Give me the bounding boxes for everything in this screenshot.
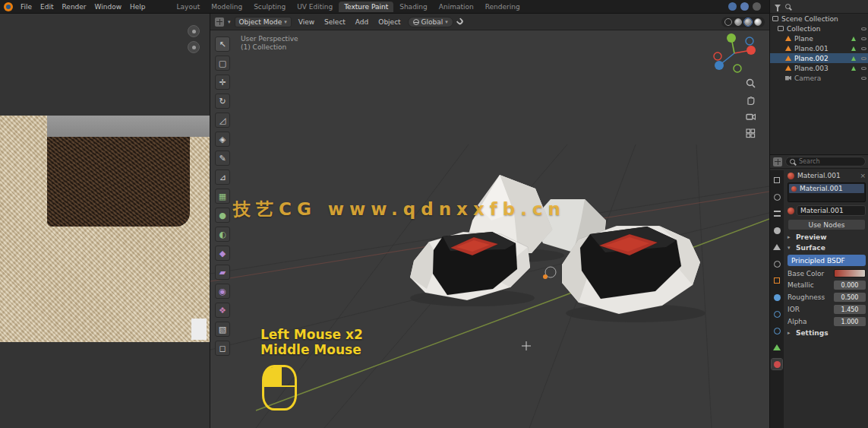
tool-brush-draw[interactable]: ● bbox=[215, 208, 230, 223]
tool-brush-erase[interactable]: ◻ bbox=[215, 341, 230, 356]
settings-section-header[interactable]: ▸ Settings bbox=[788, 329, 866, 337]
tool-measure[interactable]: ⊿ bbox=[215, 170, 230, 185]
tool-scale[interactable]: ◿ bbox=[215, 113, 230, 128]
surface-shader-field[interactable]: Principled BSDF bbox=[788, 255, 866, 266]
3d-viewport[interactable]: ▾ Object Mode ▾ View Select Add Object G… bbox=[210, 14, 769, 428]
viewport-menu-object[interactable]: Object bbox=[375, 17, 403, 27]
tool-brush-gradient[interactable]: ▧ bbox=[215, 322, 230, 337]
shading-solid-icon[interactable] bbox=[734, 18, 742, 26]
tool-annotate[interactable]: ✎ bbox=[215, 151, 230, 166]
tool-select-tweak[interactable]: ↖ bbox=[215, 36, 230, 52]
outliner-row-scene-collection[interactable]: Scene Collection bbox=[770, 14, 868, 24]
menu-edit[interactable]: Edit bbox=[36, 2, 57, 11]
tab-shading[interactable]: Shading bbox=[394, 2, 433, 12]
shading-rendered-icon[interactable] bbox=[754, 18, 762, 26]
editor-overlay-button-2[interactable] bbox=[188, 41, 200, 53]
axis-y-ball[interactable] bbox=[727, 33, 736, 43]
tool-brush-smear[interactable]: ◆ bbox=[215, 246, 230, 261]
navigation-gizmo[interactable] bbox=[712, 33, 757, 75]
tool-add-cube[interactable]: ▦ bbox=[215, 189, 230, 204]
snap-magnet-icon[interactable] bbox=[456, 17, 465, 26]
close-icon[interactable]: × bbox=[860, 172, 866, 179]
editor-type-icon[interactable] bbox=[773, 157, 782, 166]
eye-icon[interactable] bbox=[861, 47, 866, 50]
menu-file[interactable]: File bbox=[17, 2, 36, 11]
tool-transform[interactable]: ◈ bbox=[215, 132, 230, 147]
material-slot-item[interactable]: Material.001 bbox=[789, 184, 864, 193]
axis-x-ball[interactable] bbox=[746, 46, 756, 55]
use-nodes-button[interactable]: Use Nodes bbox=[788, 219, 866, 230]
surface-section-header[interactable]: ▾ Surface bbox=[788, 244, 866, 252]
tool-select-box[interactable]: ▢ bbox=[215, 55, 230, 71]
tab-modeling[interactable]: Modeling bbox=[206, 2, 248, 12]
pan-hand-icon[interactable] bbox=[745, 94, 756, 106]
tool-brush-fill[interactable]: ◉ bbox=[215, 284, 230, 299]
settings-icon[interactable] bbox=[753, 2, 761, 11]
tab-particles[interactable] bbox=[772, 309, 782, 319]
material-slots-list[interactable]: Material.001 bbox=[788, 182, 866, 202]
tab-render[interactable] bbox=[772, 192, 782, 202]
tool-rotate[interactable]: ↻ bbox=[215, 94, 230, 109]
properties-editor[interactable]: Material.001 × Material.001 Material.001 bbox=[770, 154, 868, 428]
3d-scene[interactable] bbox=[210, 30, 769, 428]
filter-icon[interactable] bbox=[775, 5, 781, 8]
axis-z-ball[interactable] bbox=[715, 61, 724, 70]
axis-x-neg-ball[interactable] bbox=[714, 52, 721, 60]
metallic-slider[interactable]: 0.000 bbox=[834, 281, 866, 290]
preview-section-header[interactable]: ▸ Preview bbox=[788, 233, 866, 241]
alpha-slider[interactable]: 1.000 bbox=[834, 317, 866, 326]
zoom-icon[interactable] bbox=[745, 78, 756, 89]
origin-gizmo[interactable] bbox=[543, 267, 556, 279]
editor-type-icon[interactable] bbox=[215, 17, 224, 27]
tab-object-data[interactable] bbox=[772, 342, 782, 353]
viewport-menu-add[interactable]: Add bbox=[352, 17, 371, 27]
eye-icon[interactable] bbox=[861, 67, 866, 70]
tab-physics[interactable] bbox=[772, 325, 782, 336]
blender-logo-icon[interactable] bbox=[4, 2, 13, 11]
eye-icon[interactable] bbox=[861, 37, 866, 40]
tab-sculpting[interactable]: Sculpting bbox=[248, 2, 291, 12]
view-layer-icon[interactable] bbox=[740, 2, 749, 11]
sushi-left-model[interactable] bbox=[410, 232, 530, 300]
outliner-row-plane-002[interactable]: Plane.002 bbox=[770, 53, 868, 63]
tab-layout[interactable]: Layout bbox=[172, 2, 206, 12]
eye-icon[interactable] bbox=[861, 27, 866, 30]
search-icon[interactable] bbox=[785, 4, 791, 9]
menu-help[interactable]: Help bbox=[126, 2, 150, 11]
menu-render[interactable]: Render bbox=[58, 2, 90, 11]
shading-material-icon[interactable] bbox=[744, 18, 752, 26]
search-input[interactable] bbox=[797, 157, 851, 166]
viewport-menu-select[interactable]: Select bbox=[321, 17, 349, 27]
tab-uv-editing[interactable]: UV Editing bbox=[292, 2, 338, 12]
tool-brush-clone[interactable]: ▰ bbox=[215, 265, 230, 280]
roughness-slider[interactable]: 0.500 bbox=[834, 293, 866, 302]
material-name-field[interactable]: Material.001 bbox=[797, 205, 866, 216]
outliner-row-collection[interactable]: Collection bbox=[770, 24, 868, 33]
tab-modifiers[interactable] bbox=[772, 292, 782, 303]
menu-window[interactable]: Window bbox=[91, 2, 126, 11]
eye-icon[interactable] bbox=[861, 57, 866, 60]
tab-object[interactable] bbox=[772, 275, 782, 286]
outliner[interactable]: Scene Collection Collection Plane Plane.… bbox=[770, 0, 868, 154]
tab-output[interactable] bbox=[772, 208, 782, 219]
editor-overlay-button-1[interactable] bbox=[188, 25, 200, 37]
ortho-grid-icon[interactable] bbox=[745, 128, 756, 139]
viewport-menu-view[interactable]: View bbox=[295, 17, 317, 27]
tool-brush-soften[interactable]: ◐ bbox=[215, 227, 230, 242]
outliner-row-plane-003[interactable]: Plane.003 bbox=[770, 63, 868, 73]
axis-y-neg-ball[interactable] bbox=[734, 65, 741, 72]
properties-search[interactable] bbox=[785, 157, 866, 166]
mode-dropdown[interactable]: Object Mode ▾ bbox=[235, 17, 292, 27]
tab-rendering[interactable]: Rendering bbox=[480, 2, 526, 12]
outliner-row-camera[interactable]: Camera bbox=[770, 73, 868, 83]
outliner-row-plane-001[interactable]: Plane.001 bbox=[770, 43, 868, 53]
tab-view-layer[interactable] bbox=[772, 225, 782, 236]
outliner-row-plane[interactable]: Plane bbox=[770, 33, 868, 43]
ior-slider[interactable]: 1.450 bbox=[834, 305, 866, 314]
tab-world[interactable] bbox=[772, 258, 782, 269]
tab-texture-paint[interactable]: Texture Paint bbox=[339, 2, 393, 12]
eye-icon[interactable] bbox=[861, 77, 866, 80]
base-color-swatch[interactable] bbox=[834, 269, 866, 277]
tab-material[interactable] bbox=[772, 359, 782, 369]
tab-scene[interactable] bbox=[772, 242, 782, 252]
